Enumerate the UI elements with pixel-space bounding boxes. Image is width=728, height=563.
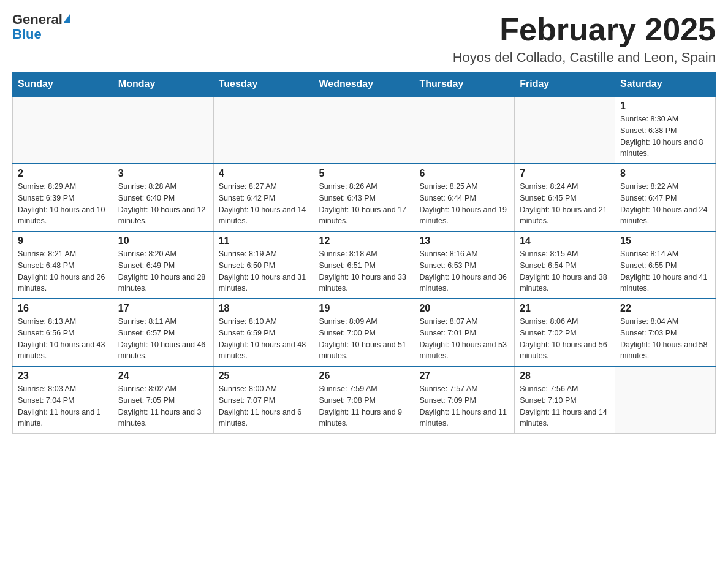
day-info: Sunrise: 8:16 AMSunset: 6:53 PMDaylight:… xyxy=(419,248,509,294)
day-number: 11 xyxy=(219,236,309,247)
day-number: 3 xyxy=(118,168,208,179)
day-number: 21 xyxy=(520,303,610,314)
calendar-day-cell xyxy=(13,96,113,164)
day-info: Sunrise: 8:11 AMSunset: 6:57 PMDaylight:… xyxy=(118,316,208,362)
day-info: Sunrise: 8:22 AMSunset: 6:47 PMDaylight:… xyxy=(620,181,710,227)
logo-text: General Blue xyxy=(12,12,70,42)
month-title: February 2025 xyxy=(453,12,716,47)
day-number: 26 xyxy=(319,370,409,381)
calendar-day-cell: 25Sunrise: 8:00 AMSunset: 7:07 PMDayligh… xyxy=(213,366,314,434)
calendar-day-cell: 1Sunrise: 8:30 AMSunset: 6:38 PMDaylight… xyxy=(615,96,716,164)
calendar-day-cell: 10Sunrise: 8:20 AMSunset: 6:49 PMDayligh… xyxy=(113,231,213,299)
page-header: General Blue February 2025 Hoyos del Col… xyxy=(12,12,716,66)
day-number: 15 xyxy=(620,236,710,247)
day-number: 16 xyxy=(18,303,108,314)
calendar-week-row: 9Sunrise: 8:21 AMSunset: 6:48 PMDaylight… xyxy=(13,231,716,299)
day-info: Sunrise: 7:59 AMSunset: 7:08 PMDaylight:… xyxy=(319,383,409,429)
calendar-day-cell: 12Sunrise: 8:18 AMSunset: 6:51 PMDayligh… xyxy=(314,231,414,299)
day-number: 19 xyxy=(319,303,409,314)
calendar-day-cell xyxy=(213,96,314,164)
calendar-day-cell: 17Sunrise: 8:11 AMSunset: 6:57 PMDayligh… xyxy=(113,299,213,366)
weekday-header-wednesday: Wednesday xyxy=(314,72,414,97)
title-section: February 2025 Hoyos del Collado, Castill… xyxy=(453,12,716,66)
day-number: 10 xyxy=(118,236,208,247)
calendar-day-cell: 26Sunrise: 7:59 AMSunset: 7:08 PMDayligh… xyxy=(314,366,414,434)
weekday-header-thursday: Thursday xyxy=(414,72,515,97)
calendar-day-cell: 4Sunrise: 8:27 AMSunset: 6:42 PMDaylight… xyxy=(213,164,314,231)
day-number: 22 xyxy=(620,303,710,314)
day-number: 2 xyxy=(18,168,108,179)
day-number: 12 xyxy=(319,236,409,247)
day-number: 1 xyxy=(620,101,710,112)
calendar-day-cell: 24Sunrise: 8:02 AMSunset: 7:05 PMDayligh… xyxy=(113,366,213,434)
calendar-table: SundayMondayTuesdayWednesdayThursdayFrid… xyxy=(12,72,716,434)
calendar-day-cell: 13Sunrise: 8:16 AMSunset: 6:53 PMDayligh… xyxy=(414,231,515,299)
day-info: Sunrise: 8:00 AMSunset: 7:07 PMDaylight:… xyxy=(219,383,309,429)
weekday-header-sunday: Sunday xyxy=(13,72,113,97)
day-number: 13 xyxy=(419,236,509,247)
calendar-day-cell: 23Sunrise: 8:03 AMSunset: 7:04 PMDayligh… xyxy=(13,366,113,434)
day-info: Sunrise: 8:03 AMSunset: 7:04 PMDaylight:… xyxy=(18,383,108,429)
logo-general: General xyxy=(12,12,63,27)
day-info: Sunrise: 8:25 AMSunset: 6:44 PMDaylight:… xyxy=(419,181,509,227)
day-number: 23 xyxy=(18,370,108,381)
calendar-day-cell: 8Sunrise: 8:22 AMSunset: 6:47 PMDaylight… xyxy=(615,164,716,231)
day-info: Sunrise: 8:09 AMSunset: 7:00 PMDaylight:… xyxy=(319,316,409,362)
day-info: Sunrise: 8:27 AMSunset: 6:42 PMDaylight:… xyxy=(219,181,309,227)
weekday-header-friday: Friday xyxy=(515,72,615,97)
day-number: 17 xyxy=(118,303,208,314)
day-number: 20 xyxy=(419,303,509,314)
weekday-header-monday: Monday xyxy=(113,72,213,97)
day-info: Sunrise: 8:28 AMSunset: 6:40 PMDaylight:… xyxy=(118,181,208,227)
day-number: 18 xyxy=(219,303,309,314)
calendar-day-cell: 16Sunrise: 8:13 AMSunset: 6:56 PMDayligh… xyxy=(13,299,113,366)
day-info: Sunrise: 8:02 AMSunset: 7:05 PMDaylight:… xyxy=(118,383,208,429)
day-info: Sunrise: 8:18 AMSunset: 6:51 PMDaylight:… xyxy=(319,248,409,294)
calendar-week-row: 23Sunrise: 8:03 AMSunset: 7:04 PMDayligh… xyxy=(13,366,716,434)
day-info: Sunrise: 8:30 AMSunset: 6:38 PMDaylight:… xyxy=(620,113,710,159)
calendar-week-row: 1Sunrise: 8:30 AMSunset: 6:38 PMDaylight… xyxy=(13,96,716,164)
day-number: 5 xyxy=(319,168,409,179)
day-info: Sunrise: 8:20 AMSunset: 6:49 PMDaylight:… xyxy=(118,248,208,294)
logo-triangle-icon xyxy=(64,14,70,23)
calendar-day-cell: 18Sunrise: 8:10 AMSunset: 6:59 PMDayligh… xyxy=(213,299,314,366)
calendar-day-cell xyxy=(113,96,213,164)
day-info: Sunrise: 8:06 AMSunset: 7:02 PMDaylight:… xyxy=(520,316,610,362)
logo: General Blue xyxy=(12,12,70,42)
day-info: Sunrise: 8:13 AMSunset: 6:56 PMDaylight:… xyxy=(18,316,108,362)
day-number: 7 xyxy=(520,168,610,179)
weekday-header-row: SundayMondayTuesdayWednesdayThursdayFrid… xyxy=(13,72,716,97)
day-number: 4 xyxy=(219,168,309,179)
day-info: Sunrise: 8:07 AMSunset: 7:01 PMDaylight:… xyxy=(419,316,509,362)
day-info: Sunrise: 8:24 AMSunset: 6:45 PMDaylight:… xyxy=(520,181,610,227)
calendar-day-cell: 7Sunrise: 8:24 AMSunset: 6:45 PMDaylight… xyxy=(515,164,615,231)
location-title: Hoyos del Collado, Castille and Leon, Sp… xyxy=(453,50,716,66)
calendar-day-cell: 5Sunrise: 8:26 AMSunset: 6:43 PMDaylight… xyxy=(314,164,414,231)
day-number: 8 xyxy=(620,168,710,179)
weekday-header-tuesday: Tuesday xyxy=(213,72,314,97)
calendar-day-cell xyxy=(615,366,716,434)
calendar-day-cell xyxy=(314,96,414,164)
day-info: Sunrise: 8:21 AMSunset: 6:48 PMDaylight:… xyxy=(18,248,108,294)
calendar-day-cell: 19Sunrise: 8:09 AMSunset: 7:00 PMDayligh… xyxy=(314,299,414,366)
day-number: 28 xyxy=(520,370,610,381)
day-info: Sunrise: 8:29 AMSunset: 6:39 PMDaylight:… xyxy=(18,181,108,227)
calendar-day-cell: 21Sunrise: 8:06 AMSunset: 7:02 PMDayligh… xyxy=(515,299,615,366)
day-info: Sunrise: 8:14 AMSunset: 6:55 PMDaylight:… xyxy=(620,248,710,294)
calendar-day-cell: 22Sunrise: 8:04 AMSunset: 7:03 PMDayligh… xyxy=(615,299,716,366)
weekday-header-saturday: Saturday xyxy=(615,72,716,97)
calendar-day-cell: 9Sunrise: 8:21 AMSunset: 6:48 PMDaylight… xyxy=(13,231,113,299)
calendar-day-cell xyxy=(414,96,515,164)
calendar-day-cell: 20Sunrise: 8:07 AMSunset: 7:01 PMDayligh… xyxy=(414,299,515,366)
calendar-day-cell: 11Sunrise: 8:19 AMSunset: 6:50 PMDayligh… xyxy=(213,231,314,299)
calendar-day-cell: 28Sunrise: 7:56 AMSunset: 7:10 PMDayligh… xyxy=(515,366,615,434)
day-info: Sunrise: 8:15 AMSunset: 6:54 PMDaylight:… xyxy=(520,248,610,294)
calendar-day-cell: 27Sunrise: 7:57 AMSunset: 7:09 PMDayligh… xyxy=(414,366,515,434)
day-info: Sunrise: 8:04 AMSunset: 7:03 PMDaylight:… xyxy=(620,316,710,362)
calendar-day-cell: 6Sunrise: 8:25 AMSunset: 6:44 PMDaylight… xyxy=(414,164,515,231)
calendar-week-row: 2Sunrise: 8:29 AMSunset: 6:39 PMDaylight… xyxy=(13,164,716,231)
day-number: 24 xyxy=(118,370,208,381)
calendar-day-cell: 14Sunrise: 8:15 AMSunset: 6:54 PMDayligh… xyxy=(515,231,615,299)
logo-blue: Blue xyxy=(12,26,42,42)
day-info: Sunrise: 8:10 AMSunset: 6:59 PMDaylight:… xyxy=(219,316,309,362)
